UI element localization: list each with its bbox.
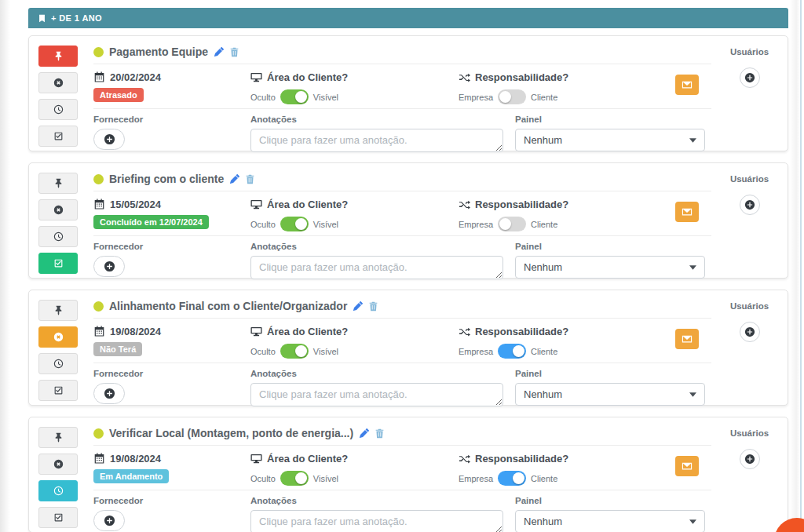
mail-button[interactable] bbox=[675, 456, 699, 476]
toggle-on-label: Visível bbox=[313, 93, 338, 102]
client-area-toggle[interactable] bbox=[280, 344, 309, 359]
panel-select-value: Nenhum bbox=[524, 134, 562, 146]
status-badge: Em Andamento bbox=[93, 469, 169, 483]
calendar-icon bbox=[93, 71, 105, 83]
shuffle-icon bbox=[459, 199, 470, 210]
mail-button[interactable] bbox=[675, 202, 699, 222]
notes-textarea[interactable] bbox=[250, 510, 503, 532]
check-button[interactable] bbox=[38, 380, 78, 401]
edit-icon[interactable] bbox=[214, 47, 224, 57]
trash-icon[interactable] bbox=[375, 428, 385, 439]
edit-icon[interactable] bbox=[229, 174, 239, 184]
clock-button[interactable] bbox=[38, 226, 78, 247]
pin-button[interactable] bbox=[38, 173, 78, 194]
responsibility-toggle[interactable] bbox=[498, 89, 526, 104]
client-area-label: Área do Cliente? bbox=[267, 199, 348, 210]
task-date: 20/02/2024 bbox=[110, 71, 161, 83]
page-left-shadow bbox=[0, 0, 10, 532]
trash-icon[interactable] bbox=[229, 47, 239, 57]
calendar-icon bbox=[93, 199, 105, 210]
panel-select[interactable]: Nenhum bbox=[515, 129, 705, 151]
panel-select[interactable]: Nenhum bbox=[515, 256, 705, 279]
client-area-toggle[interactable] bbox=[280, 471, 309, 486]
add-supplier-button[interactable] bbox=[93, 510, 125, 531]
plus-circle-icon bbox=[104, 388, 115, 399]
pin-button[interactable] bbox=[38, 46, 78, 67]
monitor-icon bbox=[250, 326, 262, 337]
responsibility-toggle[interactable] bbox=[498, 344, 526, 359]
cancel-button[interactable] bbox=[38, 454, 78, 475]
toggle-on-label: Cliente bbox=[531, 93, 557, 102]
edit-icon[interactable] bbox=[353, 301, 363, 312]
client-area-toggle[interactable] bbox=[280, 217, 309, 231]
notes-textarea[interactable] bbox=[250, 256, 503, 279]
add-supplier-button[interactable] bbox=[93, 129, 125, 150]
pin-icon bbox=[53, 178, 64, 188]
clock-button[interactable] bbox=[38, 99, 78, 120]
responsibility-toggle[interactable] bbox=[498, 471, 526, 486]
panel-select[interactable]: Nenhum bbox=[515, 510, 705, 532]
task-actions bbox=[38, 427, 78, 532]
panel-select-value: Nenhum bbox=[524, 388, 562, 400]
task-actions bbox=[38, 300, 78, 405]
check-button[interactable] bbox=[38, 253, 78, 274]
plus-circle-icon bbox=[104, 133, 115, 145]
cancel-button[interactable] bbox=[38, 72, 78, 93]
monitor-icon bbox=[250, 71, 262, 83]
pin-icon bbox=[53, 51, 64, 61]
clock-button[interactable] bbox=[38, 353, 78, 374]
status-badge: Concluído em 12/07/2024 bbox=[93, 215, 209, 229]
pin-button[interactable] bbox=[38, 300, 78, 321]
check-button[interactable] bbox=[38, 507, 78, 528]
trash-icon[interactable] bbox=[245, 174, 255, 184]
responsibility-label: Responsabilidade? bbox=[475, 199, 568, 210]
add-user-button[interactable] bbox=[740, 322, 760, 342]
responsibility-toggle[interactable] bbox=[498, 217, 526, 231]
cancel-button[interactable] bbox=[38, 326, 78, 348]
edit-icon[interactable] bbox=[359, 428, 369, 439]
add-user-button[interactable] bbox=[740, 67, 760, 88]
panel-label: Painel bbox=[515, 242, 705, 251]
users-label: Usuários bbox=[711, 174, 788, 184]
client-area-toggle[interactable] bbox=[280, 89, 309, 104]
notes-textarea[interactable] bbox=[250, 129, 503, 152]
pin-button[interactable] bbox=[38, 427, 78, 448]
supplier-label: Fornecedor bbox=[93, 242, 250, 251]
group-header: + DE 1 ANO bbox=[28, 8, 788, 28]
clock-icon bbox=[53, 359, 64, 369]
status-dot-icon bbox=[93, 301, 104, 312]
check-square-icon bbox=[53, 258, 64, 268]
monitor-icon bbox=[250, 453, 262, 465]
task-title: Alinhamento Final com o Cliente/Organiza… bbox=[109, 300, 347, 312]
panel-label: Painel bbox=[515, 115, 705, 124]
notes-textarea[interactable] bbox=[250, 383, 503, 406]
toggle-off-label: Oculto bbox=[250, 347, 276, 356]
toggle-on-label: Cliente bbox=[531, 220, 557, 229]
users-label: Usuários bbox=[711, 47, 788, 56]
supplier-label: Fornecedor bbox=[93, 115, 250, 124]
clock-icon bbox=[53, 104, 64, 115]
check-button[interactable] bbox=[38, 126, 78, 147]
task-card: Briefing com o cliente 15/05/2024 Conclu… bbox=[28, 162, 788, 279]
cancel-button[interactable] bbox=[38, 199, 78, 220]
status-badge: Não Terá bbox=[93, 342, 142, 356]
responsibility-label: Responsabilidade? bbox=[475, 453, 568, 465]
add-user-button[interactable] bbox=[740, 449, 760, 469]
group-header-label: + DE 1 ANO bbox=[51, 13, 102, 23]
clock-icon bbox=[53, 486, 64, 496]
client-area-label: Área do Cliente? bbox=[267, 453, 348, 465]
mail-button[interactable] bbox=[675, 329, 699, 349]
add-user-button[interactable] bbox=[740, 195, 760, 215]
clock-button[interactable] bbox=[38, 480, 78, 501]
add-supplier-button[interactable] bbox=[93, 383, 125, 404]
page-right-scroll-edge[interactable] bbox=[790, 0, 804, 532]
toggle-off-label: Oculto bbox=[250, 93, 276, 102]
add-supplier-button[interactable] bbox=[93, 256, 125, 277]
mail-button[interactable] bbox=[675, 75, 699, 95]
calendar-icon bbox=[93, 453, 105, 465]
toggle-off-label: Empresa bbox=[459, 474, 493, 483]
toggle-off-label: Oculto bbox=[250, 220, 276, 229]
trash-icon[interactable] bbox=[368, 301, 378, 312]
bookmark-icon bbox=[38, 14, 46, 23]
panel-select[interactable]: Nenhum bbox=[515, 383, 705, 406]
